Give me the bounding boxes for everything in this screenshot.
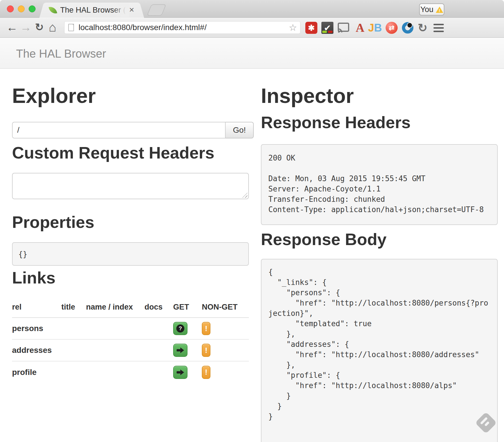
page-icon [68, 24, 74, 31]
get-button[interactable]: ? [173, 322, 187, 335]
non-get-button[interactable]: ! [202, 366, 210, 379]
inspector-title: Inspector [261, 85, 354, 107]
response-body-title: Response Body [261, 230, 386, 248]
links-header-row: rel title name / index docs GET NON-GET [12, 299, 249, 318]
rel-label: profile [12, 361, 61, 383]
forward-icon[interactable]: → [20, 18, 32, 37]
non-get-button[interactable]: ! [202, 344, 210, 357]
bookmark-star-icon[interactable]: ☆ [289, 21, 297, 34]
jetbrains-extension-icon[interactable]: JB [369, 21, 381, 34]
arrow-right-icon [177, 369, 184, 375]
table-row-profile: profile ! [12, 361, 249, 383]
exclamation-icon: ! [205, 346, 208, 355]
new-tab-button[interactable] [147, 4, 166, 16]
address-bar[interactable]: localhost:8080/browser/index.html#/ ☆ [64, 21, 300, 34]
explorer-title: Explorer [12, 85, 96, 107]
explorer-address-input[interactable] [12, 122, 226, 138]
tab-close-icon[interactable]: × [129, 3, 134, 18]
home-icon[interactable]: ⌂ [49, 18, 56, 37]
window-close-button[interactable] [7, 5, 14, 12]
red-sync-extension-icon[interactable]: ⇄ [385, 21, 398, 34]
font-a-extension-icon[interactable]: A [354, 21, 366, 34]
window-zoom-button[interactable] [29, 5, 36, 12]
url-text[interactable]: localhost:8080/browser/index.html#/ [79, 21, 207, 34]
non-get-button[interactable]: ! [202, 322, 210, 335]
tab-sync-extension-icon[interactable]: ↻ [416, 21, 429, 34]
rel-label: persons [12, 318, 61, 339]
spring-leaf-favicon-icon [48, 6, 57, 15]
brand-title: The HAL Browser [16, 38, 106, 69]
table-row-persons: persons ? ! [12, 318, 249, 339]
links-title: Links [12, 269, 56, 287]
response-body-box: { "_links": { "persons": { "href": "http… [261, 259, 498, 442]
tab-bar: The HAL Browser (customiz × You ! [0, 0, 504, 18]
col-title: title [61, 299, 86, 318]
question-sign-icon: ? [176, 324, 184, 333]
lastpass-extension-icon[interactable]: ✱ [305, 21, 318, 34]
window-minimize-button[interactable] [18, 5, 25, 12]
col-rel: rel [12, 299, 61, 318]
chrome-menu-icon[interactable] [432, 21, 445, 34]
custom-request-headers-title: Custom Request Headers [12, 144, 214, 162]
get-button[interactable] [173, 366, 187, 379]
links-table: rel title name / index docs GET NON-GET … [12, 299, 249, 383]
response-headers-box: 200 OK Date: Mon, 03 Aug 2015 19:55:45 G… [261, 144, 498, 225]
col-get: GET [173, 299, 202, 318]
get-button[interactable] [173, 344, 187, 357]
profile-warning-icon: ! [436, 6, 443, 13]
browser-toolbar: ← → ↻ ⌂ localhost:8080/browser/index.htm… [0, 18, 504, 38]
custom-headers-area [12, 173, 249, 199]
profile-button[interactable]: You ! [419, 3, 444, 15]
col-name-index: name / index [86, 299, 144, 318]
chromecast-extension-icon[interactable] [337, 21, 350, 34]
properties-title: Properties [12, 213, 94, 231]
tab-title-fade [113, 4, 129, 17]
col-docs: docs [144, 299, 173, 318]
page-header-banner: The HAL Browser [0, 38, 504, 69]
table-row-addresses: addresses ! [12, 339, 249, 361]
arrow-right-icon [177, 347, 184, 353]
browser-window: The HAL Browser (customiz × You ! ← → ↻ … [0, 0, 504, 442]
custom-headers-textarea[interactable] [12, 173, 249, 199]
rel-label: addresses [12, 339, 61, 361]
explorer-address-group: Go! [12, 122, 254, 138]
profile-label: You [420, 5, 433, 14]
properties-value: {} [12, 242, 249, 266]
response-headers-title: Response Headers [261, 114, 411, 131]
back-icon[interactable]: ← [6, 18, 18, 37]
exclamation-icon: ! [205, 324, 208, 333]
active-tab[interactable]: The HAL Browser (customiz × [45, 3, 138, 18]
blue-circle-extension-icon[interactable] [401, 21, 414, 34]
col-non-get: NON-GET [202, 299, 249, 318]
task-check-extension-icon[interactable]: ✔ [321, 21, 334, 34]
go-button[interactable]: Go! [226, 122, 254, 138]
exclamation-icon: ! [205, 368, 208, 377]
reload-icon[interactable]: ↻ [35, 18, 44, 37]
